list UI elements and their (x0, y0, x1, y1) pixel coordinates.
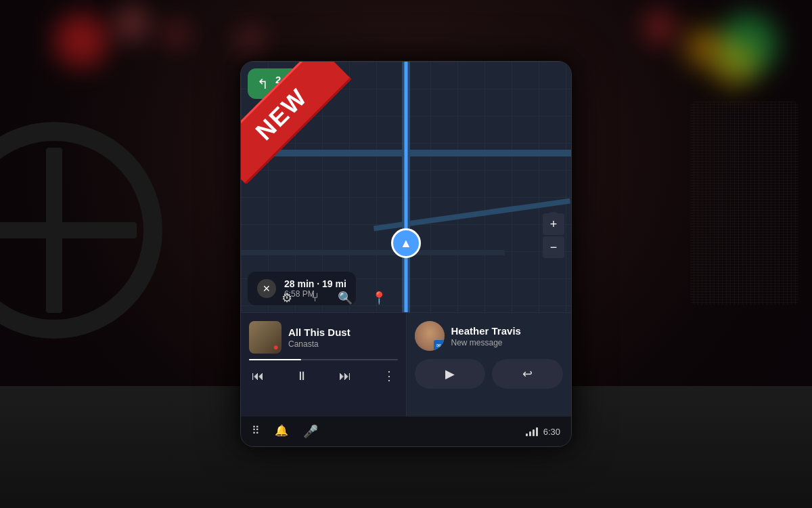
map-section: ↰ 2 mi C... ◎ + − ✕ 28 min · 19 mi 6:58 … (241, 62, 571, 312)
reply-message-button[interactable]: ↩ (492, 359, 563, 389)
album-art (249, 321, 281, 354)
turn-street: C... (275, 85, 296, 93)
zoom-in-button[interactable]: + (543, 213, 564, 235)
signal-strength-icon (526, 427, 538, 436)
status-time: 6:30 (543, 427, 560, 437)
song-title: All This Dust (288, 326, 351, 338)
route-close-button[interactable]: ✕ (257, 279, 276, 298)
signal-bar-2 (529, 431, 531, 436)
status-bar: ⠿ 🔔 🎤 6:30 (241, 417, 571, 446)
apps-grid-icon[interactable]: ⠿ (252, 424, 260, 439)
notifications-bell-icon[interactable]: 🔔 (275, 424, 288, 439)
android-auto-screen: ↰ 2 mi C... ◎ + − ✕ 28 min · 19 mi 6:58 … (240, 61, 572, 447)
music-controls: ⏮ ⏸ ⏭ ⋮ (249, 368, 398, 383)
route-time: 28 min · 19 mi (284, 278, 346, 289)
status-right-info: 6:30 (526, 427, 560, 437)
navigation-arrow (391, 228, 421, 258)
next-track-button[interactable]: ⏭ (339, 369, 351, 383)
bokeh-light-1 (54, 14, 108, 68)
zoom-controls: + − (543, 213, 564, 258)
play-pause-button[interactable]: ⏸ (296, 369, 308, 383)
zoom-out-button[interactable]: − (543, 236, 564, 258)
map-controls-row: ⚙ ⑂ 🔍 📍 (281, 291, 386, 305)
bokeh-light-7 (710, 41, 758, 88)
bokeh-light-2 (115, 7, 149, 41)
more-options-button[interactable]: ⋮ (383, 368, 395, 383)
turn-instruction-banner: ↰ 2 mi C... (248, 68, 305, 99)
settings-icon[interactable]: ⚙ (281, 291, 292, 305)
music-progress-fill (249, 359, 301, 360)
signal-bar-3 (533, 429, 535, 436)
map-road-horizontal-3 (241, 250, 505, 255)
message-sender-row: ✉ Heather Travis New message (415, 321, 564, 351)
turn-info: 2 mi C... (275, 74, 296, 93)
turn-distance: 2 mi (275, 74, 296, 85)
turn-direction-icon: ↰ (257, 76, 269, 92)
sender-name: Heather Travis (451, 325, 521, 337)
music-info: All This Dust Canasta (249, 321, 398, 354)
signal-bar-1 (526, 433, 528, 436)
microphone-icon[interactable]: 🎤 (303, 424, 318, 439)
bokeh-light-3 (162, 20, 189, 47)
music-progress-bar[interactable] (249, 359, 398, 360)
map-route-line (405, 62, 408, 312)
message-badge: ✉ (434, 340, 445, 351)
song-artist: Canasta (288, 339, 351, 349)
message-actions: ▶ ↩ (415, 359, 564, 389)
sender-avatar: ✉ (415, 321, 445, 351)
bokeh-light-8 (237, 27, 264, 54)
signal-bar-4 (536, 427, 538, 436)
song-metadata: All This Dust Canasta (288, 326, 351, 349)
route-options-icon[interactable]: ⑂ (311, 291, 319, 305)
play-message-button[interactable]: ▶ (415, 359, 486, 389)
speaker-grille-right (690, 102, 798, 305)
bokeh-light-6 (643, 10, 677, 44)
status-left-icons: ⠿ 🔔 🎤 (252, 424, 318, 439)
sender-info: Heather Travis New message (451, 325, 521, 347)
search-icon[interactable]: 🔍 (338, 291, 353, 305)
message-preview: New message (451, 338, 521, 347)
pin-icon[interactable]: 📍 (371, 291, 386, 305)
prev-track-button[interactable]: ⏮ (252, 369, 264, 383)
